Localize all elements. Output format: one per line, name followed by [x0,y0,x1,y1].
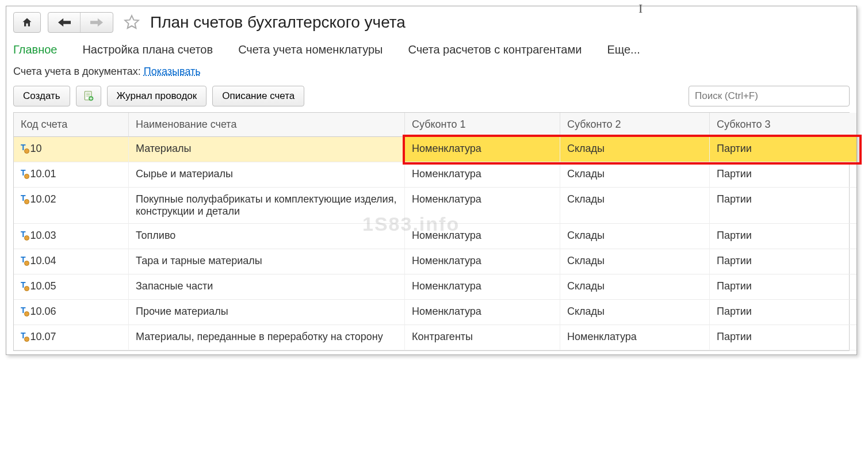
cell-name: Покупные полуфабрикаты и комплектующие и… [129,188,405,224]
cell-name: Запасные части [129,274,405,300]
page-title: План счетов бухгалтерского учета [150,13,406,32]
code-value: 10.02 [30,193,56,205]
account-type-icon: T [21,143,26,152]
cell-sub3: Партии [710,224,857,249]
cell-sub1: Номенклатура [405,188,560,224]
nav-buttons [48,12,113,33]
cell-sub2: Склады [560,137,710,162]
table-row[interactable]: T10.02Покупные полуфабрикаты и комплекту… [14,188,849,224]
cell-code: T10.05 [14,274,129,300]
table-header: Код счета Наименование счета Субконто 1 … [14,113,849,137]
filter-show-link[interactable]: Показывать [144,66,201,77]
cell-sub2: Склады [560,188,710,224]
col-sub2[interactable]: Субконто 2 [560,113,710,137]
account-type-icon: T [21,280,26,289]
cell-code: T10.02 [14,188,129,224]
account-type-icon: T [21,255,26,264]
account-type-icon: T [21,168,26,177]
cell-name: Материалы [129,137,405,162]
cell-code: T10.03 [14,224,129,249]
code-value: 10.03 [30,230,56,242]
cell-sub3: Партии [710,249,857,274]
account-type-icon: T [21,331,26,340]
cell-name: Материалы, переданные в переработку на с… [129,325,405,350]
tab-nomenclature-accounts[interactable]: Счета учета номенклатуры [238,43,383,56]
code-value: 10 [30,143,42,155]
tab-settlement-accounts[interactable]: Счета расчетов с контрагентами [408,43,582,56]
main-window: План счетов бухгалтерского учета Главное… [6,6,857,355]
code-value: 10.06 [30,306,56,318]
table-row[interactable]: T10.07Материалы, переданные в переработк… [14,325,849,350]
col-code[interactable]: Код счета [14,113,129,137]
cell-sub1: Номенклатура [405,224,560,249]
cell-sub3: Партии [710,274,857,300]
cell-sub3: Партии [710,137,857,162]
table-row[interactable]: T10.01Сырье и материалыНоменклатураСклад… [14,162,849,188]
back-button[interactable] [48,13,81,32]
filter-label: Счета учета в документах: [13,66,144,77]
forward-button[interactable] [81,13,113,32]
cell-sub3: Партии [710,188,857,224]
table-row[interactable]: T10.05Запасные частиНоменклатураСкладыПа… [14,274,849,300]
tab-main[interactable]: Главное [13,43,57,56]
journal-button[interactable]: Журнал проводок [107,86,207,106]
create-from-template-button[interactable] [76,86,101,106]
cell-sub2: Склады [560,249,710,274]
code-value: 10.07 [30,331,56,343]
cell-sub2: Склады [560,224,710,249]
cell-sub1: Номенклатура [405,162,560,188]
col-sub3[interactable]: Субконто 3 [710,113,857,137]
account-type-icon: T [21,306,26,315]
cell-code: T10.06 [14,300,129,325]
cell-code: T10.01 [14,162,129,188]
search-input[interactable] [689,86,850,106]
account-description-button[interactable]: Описание счета [212,86,304,106]
filter-line: Счета учета в документах: Показывать [13,66,850,78]
cell-sub2: Склады [560,274,710,300]
col-name[interactable]: Наименование счета [129,113,405,137]
titlebar: План счетов бухгалтерского учета [13,11,850,34]
cell-code: T10.07 [14,325,129,350]
table-row[interactable]: T10.04Тара и тарные материалыНоменклатур… [14,249,849,274]
tab-setup[interactable]: Настройка плана счетов [82,43,213,56]
favorite-star-icon[interactable] [120,11,143,34]
cell-sub3: Партии [710,300,857,325]
col-sub1[interactable]: Субконто 1 [405,113,560,137]
cell-name: Прочие материалы [129,300,405,325]
cell-sub1: Номенклатура [405,300,560,325]
cell-sub2: Склады [560,300,710,325]
cell-name: Топливо [129,224,405,249]
toolbar: Создать Журнал проводок Описание счета [13,86,850,106]
cell-sub1: Номенклатура [405,274,560,300]
cell-sub2: Склады [560,162,710,188]
accounts-table: Код счета Наименование счета Субконто 1 … [13,112,850,351]
cell-sub1: Номенклатура [405,137,560,162]
create-button[interactable]: Создать [13,86,70,106]
cell-name: Сырье и материалы [129,162,405,188]
code-value: 10.01 [30,168,56,180]
table-row[interactable]: T10.06Прочие материалыНоменклатураСклады… [14,300,849,325]
cell-sub3: Партии [710,162,857,188]
home-button[interactable] [13,12,41,33]
cell-sub1: Номенклатура [405,249,560,274]
cell-code: T10.04 [14,249,129,274]
cell-sub1: Контрагенты [405,325,560,350]
cell-code: T10 [14,137,129,162]
cell-name: Тара и тарные материалы [129,249,405,274]
cell-sub3: Партии [710,325,857,350]
cell-sub2: Номенклатура [560,325,710,350]
code-value: 10.04 [30,255,56,267]
table-row[interactable]: T10МатериалыНоменклатураСкладыПартии [14,137,849,162]
tabs: Главное Настройка плана счетов Счета уче… [13,43,850,56]
account-type-icon: T [21,230,26,239]
account-type-icon: T [21,193,26,203]
tab-more[interactable]: Еще... [607,43,640,56]
code-value: 10.05 [30,280,56,292]
table-row[interactable]: T10.03ТопливоНоменклатураСкладыПартии [14,224,849,249]
